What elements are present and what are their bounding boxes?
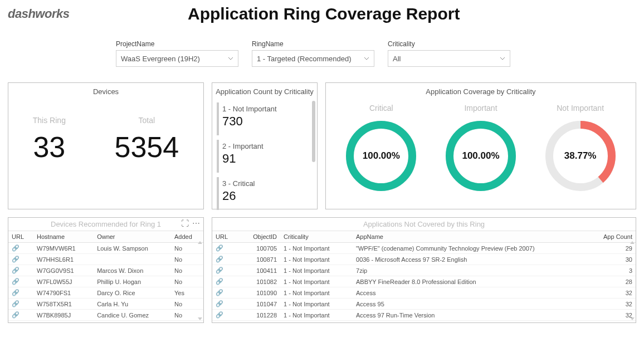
cell-hostname: W79MVW6R1 xyxy=(33,243,94,254)
column-header[interactable]: URL xyxy=(8,231,33,243)
table-row[interactable]: 🔗W7FL0W55JPhillip U. HoganNo xyxy=(8,276,203,287)
scrollbar[interactable] xyxy=(198,241,202,320)
focus-mode-icon[interactable]: ⛶ xyxy=(181,219,189,228)
cell-appcount: 29 xyxy=(587,243,636,254)
donut-label: Important xyxy=(442,104,520,112)
link-icon[interactable]: 🔗 xyxy=(216,267,223,273)
cell-appname: Access 95 xyxy=(353,299,587,310)
column-header[interactable]: App Count xyxy=(587,231,636,243)
cell-criticality: 1 - Not Important xyxy=(280,243,353,254)
criticality-label: 3 - Critical xyxy=(222,179,313,188)
app-count-card: Application Count by Criticality 1 - Not… xyxy=(212,82,318,209)
link-icon[interactable]: 🔗 xyxy=(12,256,19,262)
link-icon[interactable]: 🔗 xyxy=(216,300,223,307)
link-icon[interactable]: 🔗 xyxy=(216,311,223,318)
table-row[interactable]: 🔗W74790FS1Darcy O. RiceYes xyxy=(8,287,203,299)
column-header[interactable]: Owner xyxy=(94,231,171,243)
donut-col: Not Important 38.77% xyxy=(541,104,619,195)
cell-appname: Access 97 Run-Time Version xyxy=(353,310,587,321)
donut-chart: 100.00% xyxy=(342,117,420,195)
column-header[interactable]: URL xyxy=(212,231,238,243)
cell-appcount: 32 xyxy=(587,287,636,299)
cell-objectid: 100871 xyxy=(238,254,280,265)
column-header[interactable]: AppName xyxy=(353,231,587,243)
page-title: Application Ring Coverage Report xyxy=(69,4,578,23)
donut-label: Critical xyxy=(342,104,420,112)
devices-total-label: Total xyxy=(115,116,179,125)
filter-ring-value: 1 - Targeted (Recommended) xyxy=(257,55,352,63)
donut-col: Critical 100.00% xyxy=(342,104,420,195)
link-icon[interactable]: 🔗 xyxy=(216,244,223,251)
coverage-card: Application Coverage by Criticality Crit… xyxy=(325,82,636,209)
cell-appname: ABBYY FineReader 8.0 Professional Editio… xyxy=(353,276,587,287)
cell-appcount: 30 xyxy=(587,254,636,265)
table-row[interactable]: 🔗1010471 - Not ImportantAccess 9532 xyxy=(212,299,636,310)
cell-criticality: 1 - Not Important xyxy=(280,299,353,310)
filter-project-dropdown[interactable]: WaaS Evergreen (19H2) xyxy=(116,50,238,67)
criticality-row: 2 - Important91 xyxy=(217,140,313,173)
filter-ring-dropdown[interactable]: 1 - Targeted (Recommended) xyxy=(252,50,374,67)
link-icon[interactable]: 🔗 xyxy=(12,278,19,285)
cell-owner: Carla H. Yu xyxy=(94,299,171,310)
donut-chart: 100.00% xyxy=(442,117,520,195)
cell-appcount: 32 xyxy=(587,310,636,321)
cell-hostname: W758TX5R1 xyxy=(33,299,94,310)
table-row[interactable]: 🔗W79MVW6R1Louis W. SampsonNo xyxy=(8,243,203,254)
filter-criticality-label: Criticality xyxy=(388,40,510,48)
apps-table: URLObjectIDCriticalityAppNameApp Count 🔗… xyxy=(212,231,636,321)
devices-this-value: 33 xyxy=(33,133,66,162)
cell-objectid: 101082 xyxy=(238,276,280,287)
cell-appname: 7zip xyxy=(353,265,587,276)
link-icon[interactable]: 🔗 xyxy=(12,300,19,307)
link-icon[interactable]: 🔗 xyxy=(12,267,19,273)
cell-appname: Access xyxy=(353,287,587,299)
cell-appcount: 32 xyxy=(587,299,636,310)
donut-label: Not Important xyxy=(541,104,619,112)
cell-criticality: 1 - Not Important xyxy=(280,254,353,265)
table-row[interactable]: 🔗W7BK8985JCandice U. GomezNo xyxy=(8,310,203,321)
criticality-row: 1 - Not Important730 xyxy=(217,102,313,135)
table-row[interactable]: 🔗1007051 - Not Important"WPF/E" (codenam… xyxy=(212,243,636,254)
table-row[interactable]: 🔗1012281 - Not ImportantAccess 97 Run-Ti… xyxy=(212,310,636,321)
cell-objectid: 100705 xyxy=(238,243,280,254)
cell-appname: 0036 - Microsoft Access 97 SR-2 English xyxy=(353,254,587,265)
scrollbar[interactable] xyxy=(312,101,315,162)
table-row[interactable]: 🔗1004111 - Not Important7zip3 xyxy=(212,265,636,276)
more-options-icon[interactable]: ⋯ xyxy=(192,219,200,228)
table-row[interactable]: 🔗W7HHSL6R1No xyxy=(8,254,203,265)
column-header[interactable]: Hostname xyxy=(33,231,94,243)
filter-ring-label: RingName xyxy=(252,40,374,48)
filter-criticality-dropdown[interactable]: All xyxy=(388,50,510,67)
devices-total-value: 5354 xyxy=(115,133,179,162)
criticality-value: 91 xyxy=(222,151,313,166)
link-icon[interactable]: 🔗 xyxy=(216,289,223,296)
link-icon[interactable]: 🔗 xyxy=(216,256,223,262)
apps-table-title: Applications Not Covered by this Ring xyxy=(212,218,636,231)
cell-owner: Phillip U. Hogan xyxy=(94,276,171,287)
column-header[interactable]: ObjectID xyxy=(238,231,280,243)
column-header[interactable]: Criticality xyxy=(280,231,353,243)
cell-objectid: 101228 xyxy=(238,310,280,321)
apps-table-card: Applications Not Covered by this Ring UR… xyxy=(212,217,636,323)
devices-table-card: Devices Recommended for Ring 1 ⛶ ⋯ URLHo… xyxy=(8,217,204,323)
criticality-label: 1 - Not Important xyxy=(222,105,313,113)
link-icon[interactable]: 🔗 xyxy=(12,244,19,251)
chevron-down-icon xyxy=(228,56,233,61)
filter-project-label: ProjectName xyxy=(116,40,238,48)
filter-criticality-value: All xyxy=(393,55,401,63)
link-icon[interactable]: 🔗 xyxy=(216,278,223,285)
table-row[interactable]: 🔗W758TX5R1Carla H. YuNo xyxy=(8,299,203,310)
cell-objectid: 101047 xyxy=(238,299,280,310)
cell-objectid: 101090 xyxy=(238,287,280,299)
donut-value: 100.00% xyxy=(442,117,520,195)
link-icon[interactable]: 🔗 xyxy=(12,289,19,296)
table-row[interactable]: 🔗W7GG0V9S1Marcos W. DixonNo xyxy=(8,265,203,276)
table-row[interactable]: 🔗1008711 - Not Important0036 - Microsoft… xyxy=(212,254,636,265)
link-icon[interactable]: 🔗 xyxy=(12,311,19,318)
table-row[interactable]: 🔗1010901 - Not ImportantAccess32 xyxy=(212,287,636,299)
criticality-value: 730 xyxy=(222,114,313,129)
cell-appname: "WPF/E" (codename) Community Technology … xyxy=(353,243,587,254)
table-row[interactable]: 🔗1010821 - Not ImportantABBYY FineReader… xyxy=(212,276,636,287)
scrollbar[interactable] xyxy=(630,241,635,320)
criticality-value: 26 xyxy=(222,189,313,203)
